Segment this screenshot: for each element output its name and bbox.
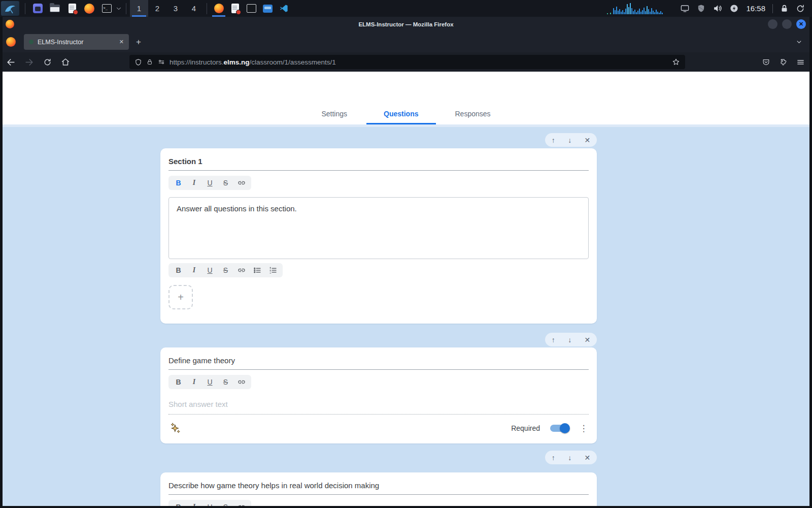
section-description-toolbar: B I U S	[168, 263, 283, 277]
bullet-list-button[interactable]	[249, 264, 265, 277]
running-app-editor[interactable]	[227, 0, 243, 17]
tab-questions[interactable]: Questions	[366, 104, 435, 124]
strikethrough-button[interactable]: S	[218, 375, 233, 389]
close-window-button[interactable]: ✕	[796, 19, 806, 29]
numbered-list-button[interactable]	[265, 264, 281, 277]
running-app-terminal[interactable]	[243, 0, 259, 17]
link-button[interactable]	[233, 375, 249, 389]
running-app-firefox[interactable]	[211, 0, 227, 17]
desktop: >_ 1 2 3 4	[0, 0, 812, 508]
reload-button[interactable]	[40, 55, 55, 69]
tracking-shield-icon[interactable]	[134, 58, 142, 66]
underline-button[interactable]: U	[202, 264, 218, 277]
strikethrough-button[interactable]: S	[218, 264, 233, 277]
tab-settings[interactable]: Settings	[304, 104, 364, 124]
window-border-right	[809, 17, 812, 508]
move-up-button[interactable]: ↑	[552, 336, 555, 343]
question2-card: Describe how game theory helps in real w…	[160, 472, 597, 506]
workspace-2-button[interactable]: 2	[148, 0, 166, 17]
permissions-icon[interactable]	[157, 58, 165, 66]
move-down-button[interactable]: ↓	[568, 137, 571, 144]
move-up-button[interactable]: ↑	[552, 454, 555, 461]
volume-icon[interactable]	[713, 4, 722, 13]
display-icon[interactable]	[680, 4, 690, 13]
power-manager-icon[interactable]	[729, 4, 739, 13]
underline-button[interactable]: U	[202, 500, 218, 506]
bold-button[interactable]: B	[171, 176, 186, 189]
back-button[interactable]	[3, 55, 18, 69]
firefox-navbar: https://instructors.elms.ng/classroom/1/…	[0, 52, 812, 72]
assessment-tabs: Settings Questions Responses	[0, 104, 812, 124]
tab-title: ELMS-Instructor	[38, 39, 115, 46]
italic-button[interactable]: I	[186, 375, 202, 389]
text-editor-launcher[interactable]	[66, 3, 78, 15]
menu-hamburger-icon[interactable]	[796, 58, 805, 67]
firefox-launcher[interactable]	[83, 3, 95, 15]
underline-button[interactable]: U	[202, 176, 218, 189]
maximize-button[interactable]	[782, 19, 792, 29]
minimize-button[interactable]	[768, 19, 777, 29]
browser-tab[interactable]: ELMS-Instructor ✕	[24, 34, 129, 50]
workspace-1-button[interactable]: 1	[130, 0, 148, 17]
question1-card: Define game theory B I U S Short answer …	[160, 347, 597, 443]
session-logout-icon[interactable]	[796, 4, 805, 13]
question-title-input[interactable]: Define game theory	[168, 347, 589, 370]
strikethrough-button[interactable]: S	[218, 500, 233, 506]
delete-card-button[interactable]: ✕	[585, 336, 591, 343]
terminal-launcher[interactable]: >_	[100, 3, 113, 15]
url-text[interactable]: https://instructors.elms.ng/classroom/1/…	[170, 58, 336, 66]
running-app-vscode[interactable]	[276, 0, 292, 17]
lock-screen-icon[interactable]	[780, 4, 789, 13]
move-up-button[interactable]: ↑	[552, 137, 555, 144]
tab-responses[interactable]: Responses	[438, 104, 508, 124]
forward-button[interactable]	[21, 55, 37, 69]
extensions-puzzle-icon[interactable]	[779, 58, 788, 67]
italic-button[interactable]: I	[186, 500, 202, 506]
move-down-button[interactable]: ↓	[568, 336, 571, 343]
bold-button[interactable]: B	[171, 264, 186, 277]
running-app-files[interactable]	[259, 0, 276, 17]
clock[interactable]: 16:58	[746, 4, 765, 13]
underline-button[interactable]: U	[202, 375, 218, 389]
launcher-dropdown-chevron-icon[interactable]	[115, 5, 122, 12]
https-lock-icon[interactable]	[146, 58, 153, 66]
new-tab-button[interactable]: +	[136, 37, 141, 47]
move-down-button[interactable]: ↓	[568, 454, 571, 461]
delete-card-button[interactable]: ✕	[585, 454, 591, 461]
window-title: ELMS-Instructor — Mozilla Firefox	[0, 21, 812, 27]
workspace-3-button[interactable]: 3	[166, 0, 185, 17]
more-options-button[interactable]: ⋮	[579, 423, 589, 434]
tab-close-button[interactable]: ✕	[119, 39, 124, 45]
url-bar[interactable]: https://instructors.elms.ng/classroom/1/…	[129, 55, 685, 69]
kali-logo-icon	[4, 3, 16, 14]
home-button[interactable]	[58, 55, 73, 69]
workspace-4-button[interactable]: 4	[185, 0, 203, 17]
section-description-textarea[interactable]: Answer all questions in this section.	[168, 197, 589, 259]
applications-menu-button[interactable]	[1, 1, 19, 16]
italic-button[interactable]: I	[186, 264, 202, 277]
strikethrough-button[interactable]: S	[218, 176, 233, 189]
firefox-titlebar[interactable]: ELMS-Instructor — Mozilla Firefox ✕	[0, 17, 812, 31]
question1-card-controls: ↑ ↓ ✕	[545, 333, 597, 346]
ai-sparkle-button[interactable]	[168, 421, 183, 435]
audio-visualizer-graph	[606, 2, 673, 15]
link-button[interactable]	[233, 264, 249, 277]
question-title-input[interactable]: Describe how game theory helps in real w…	[168, 472, 589, 495]
bold-button[interactable]: B	[171, 375, 186, 389]
link-button[interactable]	[233, 500, 249, 506]
security-shield-icon[interactable]	[697, 4, 705, 13]
link-button[interactable]	[233, 176, 249, 189]
bookmark-star-icon[interactable]	[672, 58, 680, 66]
question-footer-right: Required ⋮	[511, 423, 589, 434]
file-manager-launcher[interactable]	[49, 3, 61, 15]
window-manager-launcher[interactable]	[31, 3, 44, 15]
required-toggle[interactable]	[550, 425, 568, 432]
pocket-icon[interactable]	[762, 58, 770, 67]
section-title-input[interactable]: Section 1	[168, 148, 589, 171]
window-border-left	[0, 17, 3, 508]
delete-card-button[interactable]: ✕	[585, 137, 591, 144]
add-question-button[interactable]: +	[168, 285, 193, 309]
list-all-tabs-chevron-icon[interactable]	[795, 38, 803, 46]
italic-button[interactable]: I	[186, 176, 202, 189]
bold-button[interactable]: B	[171, 500, 186, 506]
